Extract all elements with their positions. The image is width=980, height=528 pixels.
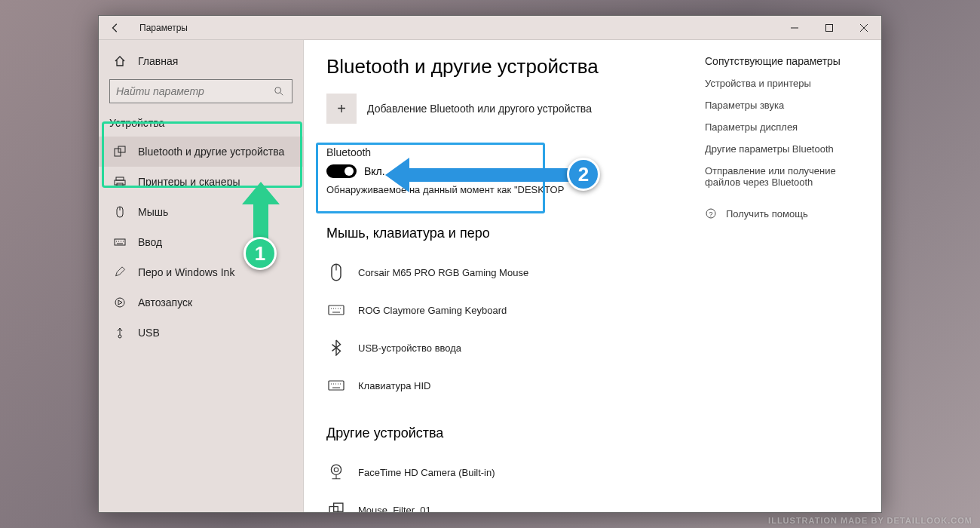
- svg-rect-7: [115, 180, 125, 185]
- back-button[interactable]: [108, 20, 123, 35]
- home-icon: [112, 55, 127, 67]
- titlebar: Параметры: [99, 16, 881, 40]
- nav-label: USB: [138, 327, 160, 339]
- help-label: Получить помощь: [726, 208, 808, 219]
- section-mouse-heading: Мышь, клавиатура и перо: [326, 226, 678, 241]
- svg-point-2: [275, 87, 281, 94]
- device-item[interactable]: ROG Claymore Gaming Keyboard: [326, 291, 678, 329]
- related-link[interactable]: Параметры дисплея: [705, 121, 869, 133]
- nav-label: Ввод: [138, 236, 162, 248]
- related-link[interactable]: Параметры звука: [705, 100, 869, 111]
- svg-rect-11: [115, 239, 125, 245]
- discoverable-text: Обнаруживаемое на данный момент как "DES…: [326, 184, 678, 195]
- nav-mouse[interactable]: Мышь: [99, 197, 303, 227]
- svg-text:?: ?: [709, 210, 712, 218]
- device-item[interactable]: FaceTime HD Camera (Built-in): [326, 453, 678, 491]
- svg-rect-29: [329, 381, 344, 390]
- svg-point-18: [118, 335, 121, 338]
- window-title: Параметры: [139, 23, 188, 33]
- device-item[interactable]: Клавиатура HID: [326, 367, 678, 404]
- usb-icon: [112, 327, 127, 339]
- related-link[interactable]: Другие параметры Bluetooth: [705, 143, 869, 155]
- mouse-icon: [112, 206, 127, 218]
- svg-rect-5: [118, 146, 125, 152]
- toggle-state-label: Вкл.: [364, 165, 385, 177]
- svg-rect-6: [116, 177, 124, 180]
- nav-label: Мышь: [138, 206, 168, 218]
- nav-label: Bluetooth и другие устройства: [138, 146, 284, 158]
- svg-point-17: [115, 298, 124, 307]
- minimize-button[interactable]: [777, 16, 812, 40]
- section-other-heading: Другие устройства: [326, 425, 678, 441]
- svg-line-3: [280, 93, 283, 96]
- search-box[interactable]: [109, 79, 292, 103]
- device-item[interactable]: Mouse_Filter_01: [326, 491, 678, 512]
- devices-icon: [112, 146, 127, 158]
- get-help-link[interactable]: ? Получить помощь: [705, 207, 869, 219]
- nav-autoplay[interactable]: Автозапуск: [99, 287, 303, 318]
- content-area: Bluetooth и другие устройства + Добавлен…: [304, 40, 881, 512]
- nav-printers[interactable]: Принтеры и сканеры: [99, 167, 303, 197]
- add-device-label: Добавление Bluetooth или другого устройс…: [367, 103, 592, 115]
- home-link[interactable]: Главная: [99, 46, 303, 76]
- maximize-button[interactable]: [812, 16, 847, 40]
- device-label: USB-устройство ввода: [358, 342, 461, 354]
- related-link[interactable]: Устройства и принтеры: [705, 78, 869, 89]
- device-label: Клавиатура HID: [358, 380, 430, 391]
- device-item[interactable]: Corsair M65 PRO RGB Gaming Mouse: [326, 253, 678, 291]
- keyboard-icon: [112, 236, 127, 248]
- page-heading: Bluetooth и другие устройства: [326, 55, 678, 78]
- nav-usb[interactable]: USB: [99, 318, 303, 348]
- camera-icon: [326, 464, 346, 480]
- annotation-badge-2: 2: [567, 158, 600, 191]
- annotation-badge-1: 1: [243, 237, 277, 270]
- nav-label: Автозапуск: [138, 296, 192, 309]
- nav-bluetooth[interactable]: Bluetooth и другие устройства: [99, 137, 303, 167]
- settings-window: Параметры Главная Устр: [98, 15, 882, 513]
- bluetooth-heading: Bluetooth: [326, 146, 678, 158]
- svg-point-37: [334, 468, 338, 472]
- printer-icon: [112, 176, 127, 188]
- bluetooth-toggle[interactable]: [326, 164, 357, 178]
- related-heading: Сопутствующие параметры: [705, 55, 869, 67]
- sidebar: Главная Устройства Bluetooth и другие ус…: [99, 40, 304, 512]
- close-button[interactable]: [847, 16, 881, 40]
- keyboard-device-icon: [326, 379, 346, 391]
- device-label: ROG Claymore Gaming Keyboard: [358, 305, 507, 316]
- device-label: FaceTime HD Camera (Built-in): [358, 467, 495, 478]
- svg-rect-1: [826, 24, 833, 31]
- svg-rect-22: [329, 305, 344, 315]
- plus-icon: +: [326, 94, 357, 124]
- generic-device-icon: [326, 502, 346, 512]
- nav-label: Перо и Windows Ink: [138, 266, 234, 278]
- home-label: Главная: [138, 55, 178, 67]
- add-device-button[interactable]: + Добавление Bluetooth или другого устро…: [326, 94, 678, 124]
- mouse-device-icon: [326, 263, 346, 281]
- search-input[interactable]: [116, 85, 274, 97]
- device-label: Corsair M65 PRO RGB Gaming Mouse: [358, 267, 528, 278]
- related-link[interactable]: Отправление или получение файлов через B…: [705, 165, 869, 188]
- nav-label: Принтеры и сканеры: [138, 176, 240, 188]
- keyboard-device-icon: [326, 304, 346, 316]
- bluetooth-icon: [326, 339, 346, 356]
- search-icon: [274, 86, 286, 97]
- device-label: Mouse_Filter_01: [358, 505, 431, 513]
- bluetooth-section: Bluetooth Вкл. Обнаруживаемое на данный …: [326, 142, 678, 204]
- category-label: Устройства: [99, 111, 303, 137]
- pen-icon: [112, 266, 127, 278]
- related-panel: Сопутствующие параметры Устройства и при…: [693, 40, 881, 512]
- help-icon: ?: [705, 207, 718, 219]
- autoplay-icon: [112, 296, 127, 309]
- watermark: ILLUSTRATION MADE BY DETAILLOOK.COM: [768, 516, 972, 525]
- svg-point-36: [331, 465, 341, 474]
- device-item[interactable]: USB-устройство ввода: [326, 329, 678, 367]
